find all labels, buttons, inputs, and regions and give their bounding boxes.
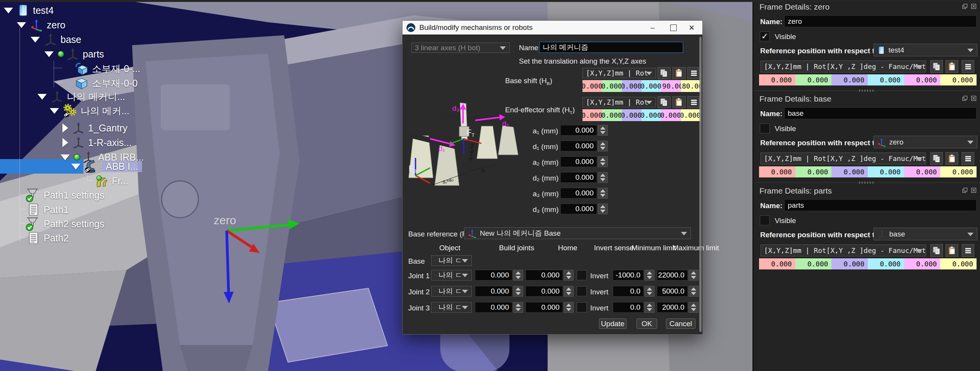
reference-select[interactable]: zero: [874, 136, 977, 148]
tree-item-path1[interactable]: Path1: [0, 202, 69, 217]
tool-shift-paste-button[interactable]: [672, 96, 686, 108]
pose-format-select[interactable]: [X,Y,Z]mm | Rot[X,Y ,Z ]deg - Fanuc/Moto…: [761, 153, 926, 164]
float-panel-icon[interactable]: [962, 3, 968, 10]
dialog-scrollbar[interactable]: [699, 37, 702, 332]
cancel-button[interactable]: Cancel: [666, 318, 695, 329]
dh-d2-spinbox[interactable]: 0.000: [560, 172, 608, 183]
tree-item-path2-settings[interactable]: Path2 settings: [0, 217, 104, 231]
reference-select[interactable]: base: [874, 228, 977, 240]
joint2-invert-checkbox[interactable]: [577, 286, 587, 296]
float-panel-icon[interactable]: [962, 187, 968, 194]
base-shift-format-select[interactable]: [X,Y,Z]mm | Rot: [582, 68, 656, 78]
dh-d1-spinbox[interactable]: 0.000: [560, 141, 608, 151]
visible-checkbox[interactable]: [760, 31, 770, 41]
joint1-home-spinbox[interactable]: 0.000: [525, 270, 574, 281]
pose-values[interactable]: 0.000 0.000 0.000 0.000 0.000 0.000: [759, 74, 977, 85]
copy-pose-button[interactable]: [930, 152, 943, 165]
tree-item-tool[interactable]: Fr...: [0, 174, 128, 188]
expander-icon[interactable]: [44, 51, 54, 57]
expander-icon[interactable]: [4, 8, 13, 13]
joint2-home-spinbox[interactable]: 0.000: [525, 286, 574, 297]
pose-menu-button[interactable]: [962, 152, 974, 165]
tool-shift-format-select[interactable]: [X,Y,Z]mm | Rot: [582, 97, 656, 107]
pose-format-select[interactable]: [X,Y,Z]mm | Rot[X,Y ,Z ]deg - Fanuc/Moto…: [761, 61, 926, 72]
tree-item-mechanism[interactable]: 나의 메커...: [0, 103, 129, 118]
frame-name-input[interactable]: [784, 199, 977, 211]
joint2-build-spinbox[interactable]: 0.000: [475, 286, 523, 297]
tree-item-path2[interactable]: Path2: [0, 231, 69, 245]
copy-pose-button[interactable]: [930, 60, 943, 73]
ok-button[interactable]: OK: [636, 318, 657, 329]
base-shift-values[interactable]: 0.000 0.000 0.000 0.000 -90.00 180.00: [582, 80, 700, 92]
dh-a1-spinbox[interactable]: 0.000: [560, 125, 608, 136]
joint1-invert-checkbox[interactable]: [577, 270, 587, 280]
joint3-build-spinbox[interactable]: 0.000: [475, 302, 523, 313]
joint2-max-spinbox[interactable]: 5000.0: [657, 286, 699, 297]
tree-item-object[interactable]: 소부재-0-0: [0, 76, 137, 90]
joint1-min-spinbox[interactable]: -1000.0: [613, 270, 654, 281]
panel-splitter[interactable]: [753, 182, 980, 183]
expander-icon[interactable]: [62, 123, 68, 133]
expander-icon[interactable]: [62, 138, 68, 147]
frame-name-input[interactable]: [784, 15, 977, 27]
mechanism-type-select[interactable]: 3 linear axes (H bot): [411, 43, 510, 53]
tree-item-frame-parts[interactable]: parts: [0, 47, 104, 61]
tree-item-gantry[interactable]: 1_Gantry: [0, 121, 128, 135]
tree-item-frame-zero[interactable]: zero: [0, 18, 65, 32]
tool-shift-menu-button[interactable]: [687, 96, 700, 108]
expander-icon[interactable]: [31, 37, 40, 43]
pose-menu-button[interactable]: [962, 60, 974, 73]
close-panel-icon[interactable]: [970, 95, 977, 102]
dialog-titlebar[interactable]: Build/modify mechanisms or robots – ✕: [402, 21, 702, 34]
joint1-max-spinbox[interactable]: 22000.0: [657, 270, 699, 281]
dh-a2-spinbox[interactable]: 0.000: [560, 156, 608, 167]
joint2-min-spinbox[interactable]: 0.0: [613, 286, 654, 297]
joint3-home-spinbox[interactable]: 0.000: [525, 302, 574, 313]
tree-item-frame-mechanism[interactable]: 나의 메커니...: [0, 89, 125, 104]
joint1-build-spinbox[interactable]: 0.000: [475, 270, 523, 281]
close-panel-icon[interactable]: [970, 3, 977, 10]
paste-pose-button[interactable]: [946, 152, 958, 165]
expander-icon[interactable]: [71, 164, 80, 169]
joint2-object-select[interactable]: 나의 ㄷ: [431, 286, 472, 297]
base-shift-paste-button[interactable]: [672, 67, 686, 79]
mechanism-name-input[interactable]: [539, 42, 683, 53]
tree-item-abb-robot-selected[interactable]: ABB I...: [0, 159, 142, 174]
pose-values[interactable]: 0.000 0.000 0.000 0.000 0.000 0.000: [759, 258, 977, 269]
expander-icon[interactable]: [50, 108, 59, 114]
visible-checkbox[interactable]: [760, 123, 770, 133]
joint1-object-select[interactable]: 나의 ㄷ: [431, 270, 472, 281]
base-shift-copy-button[interactable]: [658, 67, 671, 79]
pose-values[interactable]: 0.000 0.000 0.000 0.000 0.000 0.000: [759, 166, 977, 177]
frame-name-input[interactable]: [784, 107, 977, 119]
expander-icon[interactable]: [17, 22, 26, 28]
tree-item-station[interactable]: test4: [0, 3, 54, 18]
pose-menu-button[interactable]: [962, 244, 974, 257]
joint3-object-select[interactable]: 나의 ㄷ: [431, 302, 472, 313]
update-button[interactable]: Update: [599, 318, 627, 329]
joint3-max-spinbox[interactable]: 2000.0: [657, 302, 699, 313]
close-panel-icon[interactable]: [970, 187, 977, 194]
paste-pose-button[interactable]: [946, 60, 958, 73]
joint3-min-spinbox[interactable]: 0.0: [613, 302, 654, 313]
reference-select[interactable]: test4: [874, 44, 977, 56]
tool-shift-copy-button[interactable]: [658, 96, 671, 108]
base-reference-select[interactable]: New 나의 메커니즘 Base: [464, 227, 691, 239]
maximize-button[interactable]: [665, 21, 682, 34]
expander-icon[interactable]: [38, 94, 47, 100]
tree-item-object[interactable]: 소부재-0-...: [0, 61, 140, 76]
visible-checkbox[interactable]: [760, 215, 770, 225]
close-button[interactable]: ✕: [683, 21, 700, 34]
panel-splitter[interactable]: [753, 90, 980, 91]
copy-pose-button[interactable]: [930, 244, 943, 257]
float-panel-icon[interactable]: [962, 95, 968, 102]
paste-pose-button[interactable]: [946, 244, 958, 257]
tree-item-path1-settings[interactable]: Path1 settings: [0, 188, 104, 202]
tree-item-frame-base[interactable]: base: [0, 32, 81, 47]
tool-shift-values[interactable]: 0.000 0.000 0.000 0.000 0.000 0.000: [582, 109, 700, 121]
joint3-invert-checkbox[interactable]: [577, 302, 587, 312]
minimize-button[interactable]: –: [644, 21, 661, 34]
base-shift-menu-button[interactable]: [687, 67, 700, 79]
tree-item-r-axis[interactable]: 1-R-axis...: [0, 135, 132, 150]
dh-d3-spinbox[interactable]: 0.000: [560, 204, 608, 214]
